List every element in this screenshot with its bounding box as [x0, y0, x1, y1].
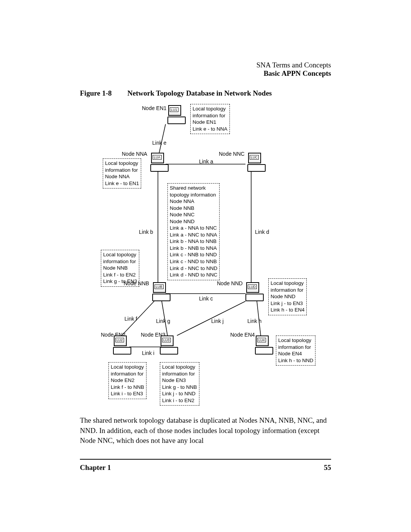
link-f-label: Link f	[124, 316, 137, 323]
link-h-label: Link h	[247, 318, 261, 325]
node-nnd-label: Node NND	[217, 280, 243, 287]
node-nnb-label: Node NNB	[124, 280, 149, 287]
topology-box-nna: Local topologyinformation forNode NNALin…	[103, 158, 141, 189]
topology-box-nnd: Local topologyinformation forNode NNDLin…	[268, 278, 307, 315]
link-b-label: Link b	[139, 229, 153, 236]
figure-caption: Figure 1-8 Network Topology Database in …	[80, 89, 331, 97]
computer-icon: LU2	[113, 335, 131, 355]
header-subsection: Basic APPN Concepts	[80, 69, 331, 78]
topology-box-en3: Local topologyinformation forNode EN3Lin…	[160, 362, 199, 406]
topology-box-en4: Local topologyinformation forNode EN4Lin…	[276, 335, 315, 366]
page-header: SNA Terms and Concepts Basic APPN Concep…	[80, 61, 331, 78]
node-en1-label: Node EN1	[142, 105, 167, 112]
topology-box-en1: Local topologyinformation forNode EN1Lin…	[190, 104, 230, 134]
computer-icon: LUD	[245, 282, 264, 302]
computer-icon: LUB	[152, 282, 170, 302]
footer-rule	[80, 459, 331, 460]
node-en4-label: Node EN4	[230, 332, 255, 339]
computer-icon: LU1	[167, 105, 186, 125]
topology-box-shared: Shared networktopology informationNode N…	[167, 183, 220, 280]
network-topology-diagram: Node EN1 LU1 Local topologyinformation f…	[101, 103, 310, 404]
footer-chapter: Chapter 1	[80, 463, 111, 472]
computer-icon: LUA	[150, 153, 169, 173]
link-a-label: Link a	[199, 158, 213, 165]
link-g-label: Link g	[156, 318, 170, 325]
link-j-label: Link j	[211, 318, 224, 325]
figure-label: Figure 1-8	[80, 89, 126, 97]
node-nnc-label: Node NNC	[219, 151, 245, 158]
computer-icon: LU3	[160, 335, 178, 355]
link-i-label: Link i	[142, 350, 155, 357]
node-nna-label: Node NNA	[122, 151, 147, 158]
computer-icon: LUC	[247, 153, 266, 173]
page-footer: Chapter 1 55	[80, 463, 331, 472]
link-e-label: Link e	[152, 140, 166, 147]
link-c-label: Link c	[199, 296, 213, 302]
computer-icon: LU4	[255, 335, 273, 355]
figure-title: Network Topology Database in Network Nod…	[127, 89, 272, 97]
body-paragraph: The shared network topology database is …	[80, 415, 331, 446]
header-section: SNA Terms and Concepts	[80, 61, 331, 69]
topology-box-en2: Local topologyinformation forNode EN2Lin…	[108, 362, 147, 399]
link-d-label: Link d	[255, 229, 269, 236]
footer-page-number: 55	[324, 463, 331, 472]
